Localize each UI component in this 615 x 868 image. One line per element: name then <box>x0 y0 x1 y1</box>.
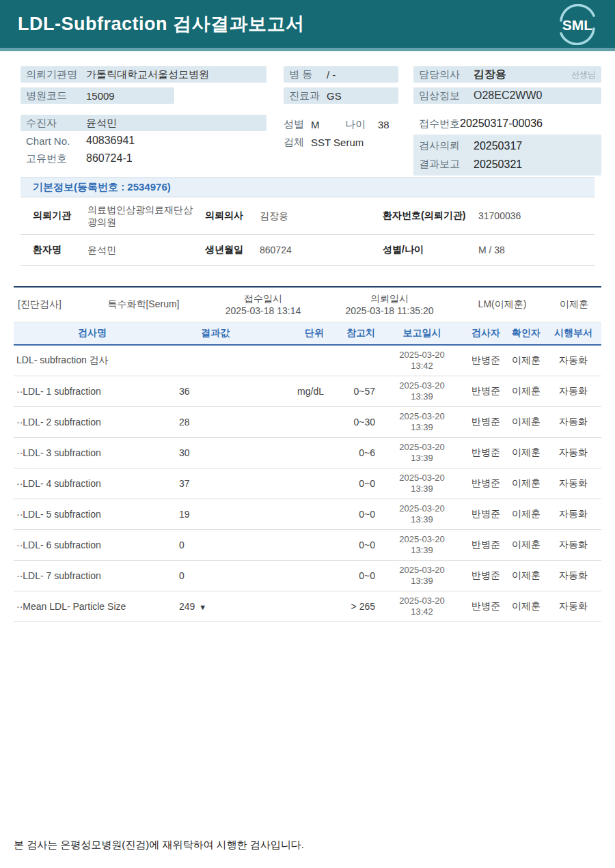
referring-org-label: 의뢰기관 <box>33 210 87 222</box>
age-value: 38 <box>378 119 390 130</box>
verifier-name: 이제훈 <box>507 354 545 367</box>
sml-logo-text: SML <box>562 17 593 33</box>
verifier-name: 이제훈 <box>507 570 545 582</box>
doctor-column: 담당의사 김장용 선생님 임상정보 O28EC2WW0 <box>413 66 601 109</box>
doctor-label: 담당의사 <box>419 68 474 81</box>
department-value: GS <box>327 90 342 102</box>
chart-no-label: Chart No. <box>26 135 86 147</box>
test-name: ··LDL- 2 subfraction <box>14 417 171 428</box>
result-row: ··LDL- 4 subfraction 37 0~0 2025-03-2013… <box>14 468 601 499</box>
reported-at: 2025-03-2013:39 <box>379 534 465 557</box>
verifier-name: 이제훈 <box>507 385 545 397</box>
col-dept: 시행부서 <box>545 327 601 339</box>
header-accent-strip <box>0 48 615 51</box>
sex-age-value: M / 38 <box>478 244 586 256</box>
result-row: ··LDL- 5 subfraction 19 0~0 2025-03-2013… <box>14 499 601 530</box>
col-unit: 단위 <box>260 327 328 339</box>
info-row-hospital-code: 병원코드 15009 <box>20 87 174 104</box>
ward-value: / - <box>327 69 336 81</box>
reference-range: 0~57 <box>328 386 379 397</box>
result-row: ··LDL- 7 subfraction 0 0~0 2025-03-2013:… <box>14 561 601 591</box>
info-row-result-date: 결과보고 20250321 <box>419 155 596 173</box>
footer-note: 본 검사는 은평성모병원(진검)에 재위탁하여 시행한 검사입니다. <box>14 839 304 852</box>
org-value: 가톨릭대학교서울성모병원 <box>86 68 209 81</box>
performing-dept: 자동화 <box>545 354 601 367</box>
received-at-value: 2025-03-18 13:14 <box>226 305 301 316</box>
chart-no-value: 40836941 <box>86 135 135 147</box>
col-verifier: 확인자 <box>507 327 545 339</box>
basic-info-row: 환자명 윤석민 생년월일 860724 성별/나이 M / 38 <box>20 235 594 266</box>
reported-at: 2025-03-2013:42 <box>379 596 465 618</box>
info-section: 의뢰기관명 가톨릭대학교서울성모병원 병원코드 15009 병 동 / - 진료… <box>0 66 615 173</box>
reference-range: 0~0 <box>328 478 379 489</box>
performing-dept: 자동화 <box>545 416 601 428</box>
info-row-org: 의뢰기관명 가톨릭대학교서울성모병원 <box>20 66 266 83</box>
received-at: 접수일시 2025-03-18 13:14 <box>205 292 321 317</box>
test-name: ··LDL- 4 subfraction <box>14 478 171 489</box>
sex-label: 성별 <box>284 118 311 131</box>
reported-at: 2025-03-2013:39 <box>379 380 465 403</box>
tester-name: 반병준 <box>465 508 507 520</box>
unit: mg/dL <box>260 386 328 397</box>
result-value: 37 <box>171 478 260 489</box>
tester-name: 반병준 <box>465 354 507 367</box>
col-reported-at: 보고일시 <box>379 327 465 339</box>
demographics-column: 성별 M 나이 38 검체 SST Serum <box>284 116 413 152</box>
receipt-no-label: 접수번호 <box>419 117 460 130</box>
result-value: 19 <box>171 509 260 520</box>
verifier-name: 이제훈 <box>507 600 545 613</box>
order-date-label: 검사의뢰 <box>419 139 474 152</box>
performing-dept: 자동화 <box>545 570 601 582</box>
reported-at: 2025-03-2013:42 <box>379 350 465 372</box>
result-row: ··LDL- 2 subfraction 28 0~30 2025-03-201… <box>14 407 601 438</box>
info-row-patient: 수진자 윤석민 <box>20 115 266 131</box>
col-reference: 참고치 <box>328 327 379 339</box>
result-value: 36 <box>171 386 260 397</box>
hospital-code-value: 15009 <box>86 90 115 102</box>
test-name: ··LDL- 3 subfraction <box>14 447 171 458</box>
referring-org-value: 의료법인삼광의료재단삼광의원 <box>87 204 205 228</box>
ward-label: 병 동 <box>289 68 327 81</box>
tester-name: 반병준 <box>465 447 507 459</box>
verifier-name: 이제훈 <box>507 447 545 459</box>
sml-logo-icon: SML <box>555 4 600 45</box>
performing-dept: 자동화 <box>545 447 601 459</box>
col-tester: 검사자 <box>465 327 507 339</box>
performing-dept: 자동화 <box>545 539 601 551</box>
test-name: ··LDL- 7 subfraction <box>14 570 171 581</box>
requested-at-label: 의뢰일시 <box>370 293 409 304</box>
result-table-header: 검사명 결과값 단위 참고치 보고일시 검사자 확인자 시행부서 <box>14 322 601 346</box>
result-row: LDL- subfraction 검사 2025-03-2013:42 반병준 … <box>14 346 601 376</box>
doctor-honorific: 선생님 <box>571 69 596 81</box>
patient-name: 윤석민 <box>86 117 117 130</box>
report-page: LDL-Subfraction 검사결과보고서 SML 의뢰기관명 가톨릭대학교… <box>0 0 615 868</box>
result-value: 249▼ <box>171 601 260 612</box>
age-label: 나이 <box>345 118 378 131</box>
info-row-ward: 병 동 / - <box>284 66 398 83</box>
order-report-dates-block: 검사의뢰 20250317 결과보고 20250321 <box>413 135 601 176</box>
patient-no-value: 31700036 <box>478 210 586 222</box>
result-table-section: [진단검사] 특수화학[Serum] 접수일시 2025-03-18 13:14… <box>14 286 601 622</box>
col-result: 결과값 <box>171 327 260 339</box>
info-row-doctor: 담당의사 김장용 선생님 <box>413 66 601 83</box>
clinical-info-label: 임상정보 <box>419 89 474 102</box>
patient-column: 수진자 윤석민 Chart No. 40836941 고유번호 860724-1 <box>20 115 266 168</box>
requester-column: 의뢰기관명 가톨릭대학교서울성모병원 병원코드 15009 <box>20 66 266 109</box>
result-value: 28 <box>171 417 260 428</box>
lm-reviewer: LM(이제훈) <box>458 298 547 311</box>
unique-no-value: 860724-1 <box>86 152 133 165</box>
tester-name: 반병준 <box>465 477 507 490</box>
verifier-name: 이제훈 <box>507 508 545 520</box>
reported-at: 2025-03-2013:39 <box>379 442 465 464</box>
low-flag-icon: ▼ <box>199 603 206 611</box>
info-row-specimen: 검체 SST Serum <box>284 134 413 150</box>
referring-doctor-value: 김장용 <box>260 210 383 222</box>
reported-at: 2025-03-2013:39 <box>379 473 465 495</box>
test-panel: 특수화학[Serum] <box>82 298 205 311</box>
result-value: 0 <box>171 570 260 581</box>
basic-info-row: 의뢰기관 의료법인삼광의료재단삼광의원 의뢰의사 김장용 환자번호(의뢰기관) … <box>20 197 594 235</box>
test-name: ··LDL- 1 subfraction <box>14 386 171 397</box>
received-at-label: 접수일시 <box>244 293 282 304</box>
result-value: 0 <box>171 540 260 550</box>
performing-dept: 자동화 <box>545 477 601 490</box>
